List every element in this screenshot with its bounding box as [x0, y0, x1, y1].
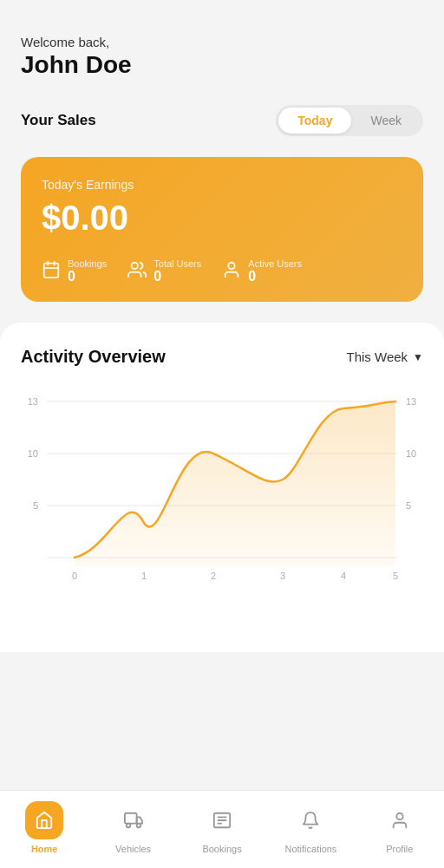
svg-point-29 — [396, 813, 402, 819]
nav-item-notifications[interactable]: Notifications — [266, 801, 355, 854]
total-users-info: Total Users 0 — [153, 258, 201, 284]
svg-text:10: 10 — [406, 448, 416, 459]
svg-text:0: 0 — [72, 571, 77, 581]
today-toggle-btn[interactable]: Today — [278, 108, 351, 134]
active-users-value: 0 — [248, 269, 302, 284]
svg-rect-22 — [125, 813, 137, 824]
active-users-icon — [222, 260, 241, 284]
svg-point-23 — [126, 824, 130, 828]
sales-label: Your Sales — [21, 112, 96, 129]
sales-section: Your Sales Today Week — [0, 96, 444, 150]
earnings-card: Today's Earnings $0.00 Bookings 0 — [21, 157, 423, 302]
active-users-info: Active Users 0 — [248, 258, 302, 284]
stats-row: Bookings 0 Total Users 0 — [42, 258, 402, 284]
nav-item-bookings[interactable]: Bookings — [178, 801, 266, 854]
nav-item-home[interactable]: Home — [0, 801, 88, 854]
period-toggle: Today Week — [276, 105, 423, 136]
week-dropdown[interactable]: This Week ▼ — [347, 349, 423, 364]
activity-card: Activity Overview This Week ▼ 13 10 5 13… — [0, 323, 444, 652]
svg-point-4 — [132, 262, 138, 268]
bottom-nav: Home Vehicles Bookings — [0, 790, 444, 868]
svg-point-5 — [229, 262, 235, 268]
activity-chart: 13 10 5 13 10 5 0 1 2 3 4 5 — [21, 384, 423, 592]
active-users-stat: Active Users 0 — [222, 258, 302, 284]
notifications-icon-wrap — [291, 801, 330, 839]
bookings-icon-wrap — [203, 801, 241, 839]
bookings-info: Bookings 0 — [68, 258, 107, 284]
svg-text:2: 2 — [211, 571, 216, 581]
bell-icon — [301, 811, 320, 830]
welcome-text: Welcome back, — [21, 35, 423, 49]
svg-text:5: 5 — [393, 571, 398, 581]
week-dropdown-label: This Week — [347, 349, 408, 364]
activity-title: Activity Overview — [21, 347, 166, 367]
svg-text:5: 5 — [406, 500, 411, 511]
svg-text:13: 13 — [28, 396, 38, 407]
svg-text:1: 1 — [141, 571, 147, 581]
total-users-value: 0 — [153, 269, 201, 284]
bookings-icon — [42, 260, 61, 284]
chevron-down-icon: ▼ — [413, 351, 423, 363]
svg-rect-0 — [44, 263, 59, 277]
nav-item-vehicles[interactable]: Vehicles — [88, 801, 177, 854]
svg-point-24 — [136, 824, 140, 828]
bookings-value: 0 — [68, 269, 107, 284]
bookings-stat: Bookings 0 — [42, 258, 107, 284]
earnings-amount: $0.00 — [42, 199, 402, 238]
total-users-stat: Total Users 0 — [127, 258, 201, 284]
svg-text:3: 3 — [280, 571, 285, 581]
profile-icon — [390, 811, 409, 830]
header: Welcome back, John Doe — [0, 0, 444, 96]
total-users-icon — [127, 260, 147, 284]
activity-header: Activity Overview This Week ▼ — [21, 347, 423, 367]
home-icon — [35, 811, 54, 830]
svg-text:10: 10 — [28, 448, 38, 459]
svg-text:4: 4 — [341, 571, 346, 581]
nav-item-profile[interactable]: Profile — [356, 801, 444, 854]
bookings-label: Bookings — [68, 258, 107, 269]
active-users-label: Active Users — [248, 258, 302, 269]
profile-icon-wrap — [381, 801, 419, 839]
vehicles-nav-label: Vehicles — [115, 844, 151, 854]
home-nav-label: Home — [31, 844, 58, 854]
week-toggle-btn[interactable]: Week — [351, 108, 421, 134]
profile-nav-label: Profile — [386, 844, 413, 854]
bookings-nav-label: Bookings — [202, 844, 241, 854]
earnings-title: Today's Earnings — [42, 178, 402, 192]
bookings-icon — [212, 811, 232, 830]
total-users-label: Total Users — [153, 258, 201, 269]
svg-text:5: 5 — [33, 500, 38, 511]
notifications-nav-label: Notifications — [284, 844, 336, 854]
home-icon-wrap — [25, 801, 63, 839]
vehicles-icon-wrap — [114, 801, 153, 839]
chart-container: 13 10 5 13 10 5 0 1 2 3 4 5 — [21, 384, 423, 592]
user-name: John Doe — [21, 51, 423, 79]
svg-text:13: 13 — [406, 396, 416, 407]
vehicles-icon — [124, 811, 143, 830]
